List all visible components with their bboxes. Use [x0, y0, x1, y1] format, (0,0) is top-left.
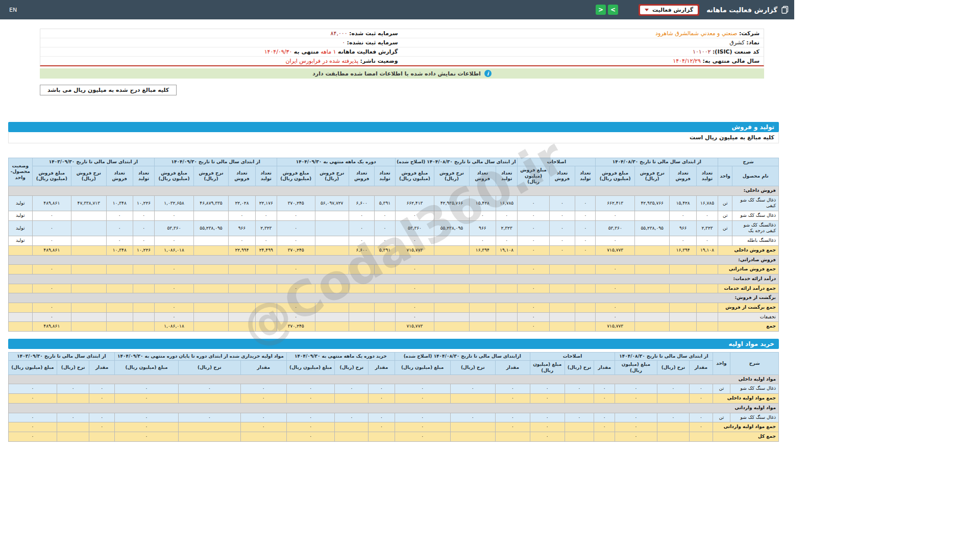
- value-cell: [315, 236, 349, 246]
- value-cell: [696, 322, 718, 332]
- value-cell: ۱۵,۴۲۸: [469, 195, 496, 211]
- value-cell: ۰: [155, 265, 194, 274]
- value-cell: ۲۴,۴۹۹: [255, 245, 277, 255]
- column-2-0: مقدار: [495, 361, 530, 375]
- column-3-1: تعداد فروش: [349, 166, 374, 186]
- value-cell: [193, 303, 228, 312]
- column-2-2: مبلغ (میلیون ریال): [395, 361, 450, 375]
- column-4-1: نرخ (ریال): [179, 361, 240, 375]
- company-name-link[interactable]: صنعتي و معدني شمالشرق شاهرود: [655, 30, 737, 37]
- value-cell: ۰: [286, 432, 335, 441]
- row-label-cell: جمع برگشت از فروش: [718, 303, 779, 312]
- next-report-button[interactable]: >: [608, 5, 618, 15]
- value-cell: [670, 322, 696, 332]
- value-cell: [315, 265, 349, 274]
- column-5-1: تعداد فروش: [106, 166, 133, 186]
- registered-capital-field: سرمایه ثبت شده: ۸۴,۰۰۰: [40, 29, 402, 38]
- value-cell: ۰: [395, 211, 434, 221]
- value-cell: [575, 284, 596, 293]
- value-cell: [71, 245, 106, 255]
- value-cell: ۰: [596, 312, 635, 322]
- value-cell: [89, 432, 114, 441]
- column-5-0: تعداد تولید: [133, 166, 154, 186]
- info-row: شرکت: صنعتي و معدني شمالشرق شاهرود سرمای…: [40, 29, 764, 38]
- value-cell: [549, 265, 575, 274]
- report-title-wrap: گزارش فعالیت ماهانه: [706, 6, 789, 14]
- value-cell: ۱۰,۳۴۸: [106, 245, 133, 255]
- value-cell: [549, 284, 575, 293]
- value-cell: [657, 394, 690, 404]
- column-2-2: نرخ فروش (ریال): [434, 166, 469, 186]
- value-cell: ۰: [369, 422, 395, 432]
- value-cell: ۰: [495, 394, 530, 404]
- value-cell: [315, 245, 349, 255]
- column-3-0: مقدار: [369, 361, 395, 375]
- value-cell: [57, 432, 89, 441]
- value-cell: ۰: [690, 394, 713, 404]
- value-cell: ۰: [369, 394, 395, 404]
- column-group-5: از ابتدای سال مالی تا تاریخ ۱۴۰۳/۰۹/۳۰: [9, 353, 115, 361]
- value-cell: [71, 211, 106, 221]
- unregistered-capital-label: سرمایه ثبت نشده:: [347, 39, 398, 46]
- info-icon: i: [484, 70, 492, 77]
- row-label-cell: جمع فروش صادراتی: [718, 265, 779, 274]
- value-cell: [179, 422, 240, 432]
- column-2-0: تعداد تولید: [496, 166, 518, 186]
- value-cell: ۰: [114, 413, 178, 422]
- value-cell: [565, 422, 594, 432]
- language-toggle[interactable]: EN: [5, 5, 21, 15]
- issuer-status-value: پذیرفته شده در فرابورس ایران: [285, 58, 358, 64]
- value-cell: ۰: [369, 413, 395, 422]
- previous-report-button[interactable]: <: [596, 5, 606, 15]
- value-cell: ۰: [89, 384, 114, 394]
- value-cell: ۳۷۰,۲۴۵: [277, 245, 315, 255]
- value-cell: [434, 284, 469, 293]
- table-row: ذغال سنگ کک شوتن۰۰۰۰۰۰۰۰۰۰۰۰۰۰۰۰۰۰: [9, 413, 779, 422]
- value-cell: [635, 322, 670, 332]
- value-cell: ۰: [395, 236, 434, 246]
- value-cell: ۱۰,۲۲۶: [133, 195, 154, 211]
- raw-materials-table: شرحواحداز ابتدای سال مالی تا تاریخ ۱۴۰۴/…: [8, 352, 779, 442]
- table-row: جمع مواد اولیه وارداتی۰۰۰۰۰۰۰۰۰۰۰۰: [9, 422, 779, 432]
- production-sales-table: شرحاز ابتدای سال مالی تا تاریخ ۱۴۰۴/۰۸/۳…: [8, 158, 779, 332]
- column-unit: واحد: [718, 166, 732, 186]
- value-cell: ۰: [575, 220, 596, 236]
- value-cell: [179, 394, 240, 404]
- column-status: وضعیت محصول-واحد: [9, 158, 33, 186]
- status-cell: [9, 284, 33, 293]
- table-amounts-note: کلیه مبالغ به میلیون ریال است: [8, 132, 779, 143]
- value-cell: [106, 265, 133, 274]
- value-cell: ۰: [549, 211, 575, 221]
- value-cell: [57, 394, 89, 404]
- value-cell: ۱,۰۸۶,۰۱۸: [155, 245, 194, 255]
- column-group-description: شرح: [718, 158, 779, 166]
- value-cell: [335, 394, 369, 404]
- value-cell: ۰: [155, 236, 194, 246]
- value-cell: ۰: [114, 422, 178, 432]
- value-cell: ۰: [615, 432, 657, 441]
- value-cell: ۰: [549, 220, 575, 236]
- column-1-2: مبلغ فروش (میلیون ریال): [518, 166, 549, 186]
- value-cell: [434, 312, 469, 322]
- section-label: فروش صادراتی:: [9, 255, 779, 265]
- unregistered-capital-field: سرمایه ثبت نشده: ۰: [40, 38, 402, 47]
- value-cell: ۹۶۶: [670, 220, 696, 236]
- value-cell: ۴۶,۸۷۹,۳۳۵: [193, 195, 228, 211]
- value-cell: ۰: [277, 211, 315, 221]
- value-cell: [635, 312, 670, 322]
- column-2-1: تعداد فروش: [469, 166, 496, 186]
- value-cell: [71, 303, 106, 312]
- value-cell: ۰: [155, 312, 194, 322]
- value-cell: [670, 284, 696, 293]
- value-cell: ۲۲,۰۲۸: [229, 195, 255, 211]
- value-cell: [315, 220, 349, 236]
- column-0-3: مبلغ فروش (میلیون ریال): [596, 166, 635, 186]
- value-cell: ۰: [518, 236, 549, 246]
- column-group-3: دوره یک ماهه منتهی به ۱۴۰۴/۰۹/۳۰: [277, 158, 395, 166]
- value-cell: [193, 322, 228, 332]
- column-3-1: نرخ (ریال): [335, 361, 369, 375]
- fiscal-year-value: ۱۴۰۴/۱۲/۲۹: [673, 58, 701, 64]
- value-cell: ۰: [9, 394, 57, 404]
- value-cell: ۰: [395, 413, 450, 422]
- report-type-dropdown[interactable]: گزارش فعالیت: [639, 4, 699, 16]
